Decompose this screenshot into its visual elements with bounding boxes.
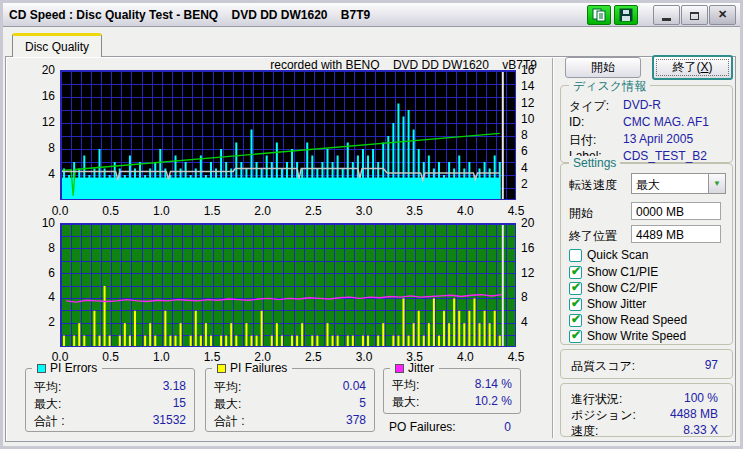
window-title: CD Speed : Disc Quality Test - BENQ DVD … <box>9 8 584 22</box>
end-position-field[interactable]: 4489 MB <box>631 225 721 243</box>
checkbox-label: Quick Scan <box>587 248 648 262</box>
checkbox-show-c2-pif[interactable]: ✔Show C2/PIF <box>569 281 658 295</box>
info-label: タイプ: <box>569 98 609 115</box>
checkbox-box-icon[interactable] <box>569 249 582 262</box>
transfer-speed-value: 最大 <box>636 177 660 194</box>
po-failures-row: PO Failures: 0 <box>383 420 521 434</box>
x-tick-label: 1.0 <box>153 204 170 218</box>
pi-failures-title: PI Failures <box>230 361 287 375</box>
top-chart-left-axis: 48121620 <box>29 70 58 200</box>
bottom-chart-right-axis: 48121620 <box>518 223 540 347</box>
copy-icon <box>592 8 606 22</box>
maximize-button[interactable] <box>681 5 708 25</box>
y-tick-label: 20 <box>42 64 55 77</box>
stat-value: 10.2 % <box>475 394 512 408</box>
y-tick-label: 4 <box>521 162 528 175</box>
checkbox-label: Show Read Speed <box>587 313 687 327</box>
settings-title: Settings <box>569 156 620 170</box>
exit-button[interactable]: 終了(X) <box>652 55 733 80</box>
progress-label: ポジション: <box>571 407 636 424</box>
x-tick-label: 2.5 <box>305 204 322 218</box>
progress-value: 8.33 X <box>683 423 718 437</box>
y-tick-label: 2 <box>48 316 55 329</box>
stat-row: 平均:8.14 % <box>392 377 512 392</box>
stat-row: 平均:0.04 <box>214 379 366 394</box>
jitter-stats-box: Jitter 平均:8.14 %最大:10.2 % <box>383 368 521 414</box>
checkbox-label: Show Jitter <box>587 297 646 311</box>
x-tick-label: 4.0 <box>457 350 474 364</box>
pi-failures-legend: PI Failures <box>212 361 292 375</box>
stat-value: 15 <box>173 396 186 410</box>
info-label: 日付: <box>569 132 596 149</box>
stat-row: 最大:10.2 % <box>392 394 512 409</box>
stat-row: 合計 :31532 <box>34 413 186 428</box>
jitter-marker-icon <box>395 364 404 373</box>
info-value: CMC MAG. AF1 <box>623 115 709 129</box>
checkbox-show-c1-pie[interactable]: ✔Show C1/PIE <box>569 265 658 279</box>
stat-label: 最大: <box>214 396 241 413</box>
checkbox-show-read-speed[interactable]: ✔Show Read Speed <box>569 313 687 327</box>
top-chart-right-axis: 246810121416 <box>518 70 540 200</box>
info-value: 13 April 2005 <box>623 132 693 146</box>
quality-score-value: 97 <box>705 358 718 372</box>
top-chart-x-axis: 0.00.51.01.52.02.53.03.54.04.5 <box>60 204 516 218</box>
panel-divider <box>552 58 554 438</box>
copy-to-clipboard-button[interactable] <box>587 5 611 25</box>
transfer-speed-select[interactable]: 最大 ▼ <box>631 173 726 194</box>
y-tick-label: 16 <box>42 90 55 103</box>
close-button[interactable]: ✕ <box>709 5 736 25</box>
quality-score-group: 品質スコア: 97 <box>560 349 733 379</box>
start-button[interactable]: 開始 <box>565 57 641 78</box>
start-position-field[interactable]: 0000 MB <box>631 202 721 220</box>
pi-errors-stats-box: PI Errors 平均:3.18最大:15合計 :31532 <box>25 368 195 432</box>
x-tick-label: 3.5 <box>406 204 423 218</box>
save-button[interactable] <box>614 5 638 25</box>
stat-row: 合計 :378 <box>214 413 366 428</box>
po-failures-label: PO Failures: <box>389 420 456 434</box>
checkbox-show-jitter[interactable]: ✔Show Jitter <box>569 297 646 311</box>
x-tick-label: 0.5 <box>102 350 119 364</box>
checkbox-quick-scan[interactable]: Quick Scan <box>569 248 648 262</box>
minimize-button[interactable] <box>653 5 680 25</box>
progress-row: ポジション:4488 MB <box>571 407 718 422</box>
check-icon: ✔ <box>571 312 581 326</box>
checkbox-box-icon[interactable]: ✔ <box>569 330 582 343</box>
y-tick-label: 6 <box>48 267 55 280</box>
checkbox-box-icon[interactable]: ✔ <box>569 282 582 295</box>
bottom-chart-left-axis: 246810 <box>29 223 58 347</box>
check-icon: ✔ <box>571 264 581 278</box>
jitter-legend: Jitter <box>390 361 439 375</box>
y-tick-label: 8 <box>521 291 528 304</box>
quality-score-row: 品質スコア: 97 <box>571 358 718 373</box>
disc-info-group: ディスク情報 タイプ:DVD-RID:CMC MAG. AF1日付:13 Apr… <box>560 85 733 163</box>
stat-label: 最大: <box>34 396 61 413</box>
y-tick-label: 20 <box>521 217 534 230</box>
x-tick-label: 0.5 <box>102 204 119 218</box>
disc-info-title: ディスク情報 <box>569 78 650 95</box>
stat-label: 合計 : <box>214 413 245 430</box>
x-tick-label: 4.0 <box>457 204 474 218</box>
tab-disc-quality[interactable]: Disc Quality <box>12 33 102 57</box>
pi-failures-jitter-chart <box>60 223 516 347</box>
stat-value: 31532 <box>153 413 186 427</box>
info-value: CDS_TEST_B2 <box>623 149 707 163</box>
stat-value: 0.04 <box>343 379 366 393</box>
y-tick-label: 4 <box>521 316 528 329</box>
quality-score-label: 品質スコア: <box>571 358 635 375</box>
checkbox-box-icon[interactable]: ✔ <box>569 314 582 327</box>
x-tick-label: 2.0 <box>254 204 271 218</box>
stat-label: 平均: <box>34 379 61 396</box>
y-tick-label: 10 <box>42 217 55 230</box>
y-tick-label: 10 <box>521 113 534 126</box>
checkbox-show-write-speed[interactable]: ✔Show Write Speed <box>569 329 686 343</box>
pi-errors-title: PI Errors <box>50 361 97 375</box>
stat-label: 合計 : <box>34 413 65 430</box>
app-window: CD Speed : Disc Quality Test - BENQ DVD … <box>0 0 743 449</box>
progress-group: 進行状況:100 %ポジション:4488 MB速度:8.33 X <box>560 383 733 437</box>
title-bar[interactable]: CD Speed : Disc Quality Test - BENQ DVD … <box>3 3 740 27</box>
chevron-down-icon[interactable]: ▼ <box>708 174 725 193</box>
checkbox-label: Show C1/PIE <box>587 265 658 279</box>
y-tick-label: 14 <box>521 80 534 93</box>
checkbox-box-icon[interactable]: ✔ <box>569 266 582 279</box>
checkbox-box-icon[interactable]: ✔ <box>569 298 582 311</box>
